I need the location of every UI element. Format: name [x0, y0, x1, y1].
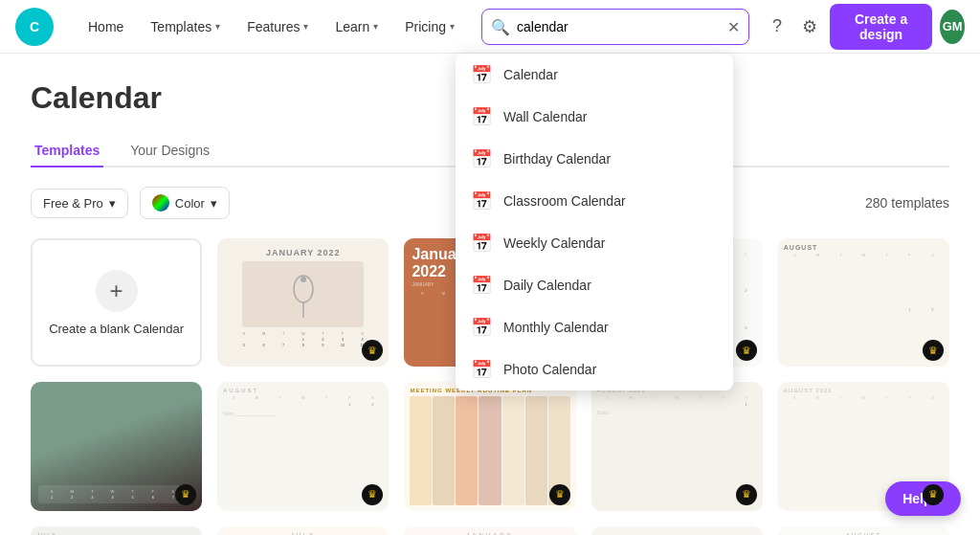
crown-icon: ♛ [742, 345, 751, 357]
calendar-icon: 📅 [471, 106, 492, 127]
template-card[interactable]: AUGUST 2021 SMTWTFS 1 Notes ♛ [591, 382, 763, 510]
dropdown-item-label: Classroom Calendar [503, 193, 626, 209]
calendar-icon: 📅 [471, 190, 492, 212]
template-card[interactable]: AUGUST SMTWTFS 12 ♛ [778, 238, 949, 367]
calendar-icon: 📅 [471, 64, 492, 85]
chevron-down-icon: ▾ [215, 21, 220, 32]
dropdown-item-label: Monthly Calendar [503, 320, 609, 335]
template-card[interactable]: JANUARY 2022 SMTWTFS 1234 567891011 ♛ [217, 238, 389, 367]
crown-icon: ♛ [181, 488, 190, 501]
template-card[interactable]: JANUARY SMTWTFS ♛ [404, 526, 575, 535]
dropdown-item-label: Wall Calendar [503, 109, 587, 124]
help-icon-btn[interactable]: ? [765, 10, 790, 44]
create-blank-card[interactable]: + Create a blank Calendar [31, 238, 202, 367]
dropdown-item[interactable]: 📅 Monthly Calendar [456, 306, 733, 348]
chevron-down-icon: ▾ [211, 196, 217, 211]
logo-text: C [30, 19, 39, 34]
calendar-icon: 📅 [471, 148, 492, 169]
crown-icon: ♛ [555, 488, 565, 501]
pro-badge: ♛ [736, 484, 757, 505]
template-card[interactable]: AUGUST 2021 SMTWTFS ♛ [778, 382, 949, 510]
search-dropdown: 📅 Calendar 📅 Wall Calendar 📅 Birthday Ca… [456, 54, 733, 390]
navbar: C Home Templates ▾ Features ▾ Learn ▾ Pr… [0, 0, 980, 54]
templates-count: 280 templates [865, 195, 949, 211]
chevron-down-icon: ▾ [303, 21, 308, 32]
crown-icon: ♛ [368, 345, 377, 357]
dropdown-item-label: Daily Calendar [503, 278, 591, 293]
filter-free-pro[interactable]: Free & Pro ▾ [31, 189, 128, 218]
dropdown-item-label: Weekly Calendar [503, 235, 605, 251]
template-card[interactable]: AUGUST SMTWTFS 12 Note: _______________ … [217, 382, 389, 510]
crown-icon: ♛ [742, 488, 751, 501]
color-circle-icon [152, 194, 169, 212]
template-card[interactable]: AUGUST SMTWTFS ♛ [778, 526, 949, 535]
dropdown-item-label: Photo Calendar [503, 362, 596, 377]
plus-icon: + [96, 270, 138, 312]
dropdown-item[interactable]: 📅 Weekly Calendar [456, 222, 733, 264]
nav-pricing[interactable]: Pricing ▾ [393, 13, 466, 40]
dropdown-item[interactable]: 📅 Calendar [456, 54, 733, 96]
template-card[interactable]: JULY SMTWTFS ♛ [31, 526, 202, 535]
template-card[interactable]: SMTWTFS 1234567 ♛ [31, 382, 202, 510]
template-card[interactable]: MEETING WEEKLY ROUTINE PLAN ♛ [404, 382, 575, 510]
chevron-down-icon: ▾ [109, 196, 116, 211]
dropdown-item[interactable]: 📅 Birthday Calendar [456, 138, 733, 180]
dropdown-item[interactable]: 📅 Daily Calendar [456, 264, 733, 306]
nav-actions: ? ⚙ Create a design GM [765, 4, 965, 50]
dropdown-item-label: Calendar [503, 67, 558, 82]
pro-badge: ♛ [175, 484, 196, 505]
nav-templates[interactable]: Templates ▾ [139, 13, 232, 40]
tab-your-designs[interactable]: Your Designs [126, 135, 213, 167]
chevron-down-icon: ▾ [450, 21, 455, 32]
avatar[interactable]: GM [940, 10, 965, 44]
dropdown-item[interactable]: 📅 Photo Calendar [456, 348, 733, 390]
dropdown-item[interactable]: 📅 Wall Calendar [456, 96, 733, 138]
search-input[interactable] [481, 9, 749, 45]
calendar-icon: 📅 [471, 275, 492, 296]
create-design-button[interactable]: Create a design [830, 4, 932, 50]
template-card[interactable]: Calendar 2022 ♛ [591, 526, 763, 535]
calendar-icon: 📅 [471, 317, 492, 338]
filter-color[interactable]: Color ▾ [140, 187, 230, 219]
canva-logo[interactable]: C [15, 8, 54, 46]
crown-icon: ♛ [928, 488, 938, 501]
template-card[interactable]: JULY SMTWTFS ♛ [217, 526, 389, 535]
nav-home[interactable]: Home [77, 13, 135, 40]
nav-features[interactable]: Features ▾ [235, 13, 320, 40]
settings-icon-btn[interactable]: ⚙ [797, 10, 822, 44]
search-wrapper: 🔍 ✕ [481, 9, 749, 45]
chevron-down-icon: ▾ [373, 21, 378, 32]
dropdown-item[interactable]: 📅 Classroom Calendar [456, 180, 733, 222]
dropdown-item-label: Birthday Calendar [503, 151, 611, 167]
search-icon: 🔍 [491, 17, 510, 35]
calendar-icon: 📅 [471, 359, 492, 380]
tab-templates[interactable]: Templates [31, 135, 103, 167]
create-blank-label: Create a blank Calendar [49, 322, 184, 336]
search-clear-icon[interactable]: ✕ [727, 17, 740, 35]
nav-learn[interactable]: Learn ▾ [323, 13, 390, 40]
crown-icon: ♛ [368, 488, 377, 501]
nav-links: Home Templates ▾ Features ▾ Learn ▾ Pric… [77, 13, 466, 40]
crown-icon: ♛ [928, 345, 938, 357]
calendar-icon: 📅 [471, 233, 492, 254]
pro-badge: ♛ [549, 484, 570, 505]
pro-badge: ♛ [923, 484, 944, 505]
svg-point-2 [301, 277, 306, 282]
